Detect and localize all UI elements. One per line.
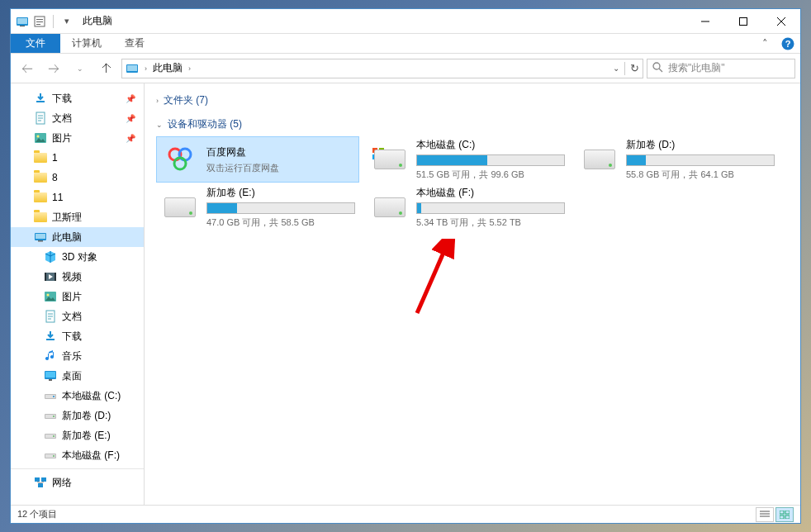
search-icon <box>652 62 663 75</box>
sidebar-item[interactable]: 视频 <box>11 267 144 287</box>
address-root-caret[interactable]: › <box>142 64 149 73</box>
tab-file[interactable]: 文件 <box>11 34 60 53</box>
baidu-icon <box>160 143 200 176</box>
chevron-right-icon: › <box>156 97 159 105</box>
sidebar-item-label: 图片 <box>52 131 72 145</box>
minimize-button[interactable] <box>686 9 724 34</box>
nav-up-button[interactable]: 🡡 <box>95 57 118 80</box>
svg-line-56 <box>40 482 44 483</box>
svg-rect-17 <box>36 101 45 102</box>
nav-back-button[interactable]: 🡠 <box>16 57 39 80</box>
drive-item[interactable]: 百度网盘双击运行百度网盘 <box>156 136 359 183</box>
svg-rect-8 <box>740 17 747 25</box>
pin-icon: 📌 <box>126 94 135 103</box>
svg-rect-26 <box>38 240 43 242</box>
sidebar-item-label: 文档 <box>62 310 82 324</box>
svg-rect-29 <box>55 273 56 281</box>
sidebar-item[interactable]: 3D 对象 <box>11 247 144 267</box>
sidebar-item-label: 网络 <box>52 476 72 490</box>
sidebar-network[interactable]: 网络 <box>11 473 144 492</box>
window-title: 此电脑 <box>83 14 112 28</box>
svg-rect-54 <box>38 483 43 487</box>
sidebar-item[interactable]: 桌面 <box>11 366 144 386</box>
sidebar-item[interactable]: 1 <box>11 148 144 168</box>
sidebar-item-label: 本地磁盘 (F:) <box>62 449 120 463</box>
drive-usage-bar <box>416 154 565 166</box>
refresh-button[interactable]: ↻ <box>630 62 639 74</box>
folder-icon <box>34 151 47 164</box>
nav-forward-button[interactable]: 🡢 <box>42 57 65 80</box>
close-button[interactable] <box>762 9 800 34</box>
desktop-icon <box>44 369 57 382</box>
sidebar-item[interactable]: 卫斯理 <box>11 207 144 227</box>
view-details-button[interactable] <box>756 507 774 522</box>
search-box[interactable]: 搜索"此电脑" <box>647 59 795 78</box>
svg-rect-52 <box>35 477 40 482</box>
sidebar-item[interactable]: 图片 <box>11 287 144 306</box>
sidebar-item[interactable]: 下载📌 <box>11 88 144 108</box>
svg-point-23 <box>37 135 40 138</box>
drive-subtitle: 双击运行百度网盘 <box>206 162 355 174</box>
drive-free-text: 55.8 GB 可用，共 64.1 GB <box>626 169 775 181</box>
ribbon-expand-icon[interactable]: ˄ <box>757 36 772 51</box>
sidebar-item-label: 卫斯理 <box>52 211 82 225</box>
svg-rect-53 <box>41 477 46 482</box>
sidebar-item[interactable]: 本地磁盘 (F:) <box>11 445 144 465</box>
sidebar-item[interactable]: 本地磁盘 (C:) <box>11 386 144 406</box>
sidebar-item[interactable]: 11 <box>11 188 144 207</box>
sidebar-item[interactable]: 下载 <box>11 326 144 346</box>
sidebar-item[interactable]: 新加卷 (E:) <box>11 425 144 445</box>
svg-point-45 <box>53 416 55 417</box>
svg-point-31 <box>47 294 50 297</box>
qat-separator <box>53 15 54 28</box>
document-icon <box>34 112 47 125</box>
svg-point-51 <box>53 455 55 457</box>
explorer-window: ▾ 此电脑 文件 计算机 查看 ˄ ? 🡠 🡢 ⌄ 🡡 › <box>10 8 801 524</box>
body: 下载📌文档📌图片📌1811卫斯理 此电脑 3D 对象视频图片文档下载音乐桌面本地… <box>11 83 800 505</box>
sidebar-item-label: 下载 <box>62 330 82 344</box>
qat-dropdown-icon[interactable]: ▾ <box>60 15 74 28</box>
sidebar-this-pc[interactable]: 此电脑 <box>11 227 144 247</box>
group-label: 文件夹 (7) <box>164 93 208 107</box>
qat-properties-icon[interactable] <box>33 15 46 28</box>
ribbon-right: ˄ ? <box>757 34 795 53</box>
drive-item[interactable]: 新加卷 (E:)47.0 GB 可用，共 58.5 GB <box>156 184 359 230</box>
help-icon[interactable]: ? <box>780 36 795 51</box>
drive-icon <box>370 191 410 224</box>
view-switcher <box>756 507 794 522</box>
sidebar-item-label: 8 <box>52 172 58 183</box>
sidebar-item[interactable]: 音乐 <box>11 346 144 366</box>
folder-icon <box>34 191 47 204</box>
drive-item[interactable]: 新加卷 (D:)55.8 GB 可用，共 64.1 GB <box>576 136 779 183</box>
network-icon <box>34 476 47 489</box>
nav-history-dropdown[interactable]: ⌄ <box>69 57 92 80</box>
drive-item[interactable]: 本地磁盘 (F:)5.34 TB 可用，共 5.52 TB <box>366 184 569 230</box>
address-bar[interactable]: › 此电脑 › ⌄ ↻ <box>121 59 643 78</box>
drive-icon <box>370 143 410 176</box>
svg-line-16 <box>659 69 662 72</box>
sidebar-item-label: 此电脑 <box>52 230 82 245</box>
video-icon <box>44 270 57 283</box>
maximize-button[interactable] <box>724 9 762 34</box>
drive-item[interactable]: 本地磁盘 (C:)51.5 GB 可用，共 99.6 GB <box>366 136 569 183</box>
view-tiles-button[interactable] <box>775 507 794 522</box>
drive-name: 新加卷 (D:) <box>626 138 775 152</box>
sidebar-item[interactable]: 图片📌 <box>11 128 144 148</box>
svg-rect-5 <box>36 21 43 22</box>
sidebar-item[interactable]: 8 <box>11 168 144 188</box>
content-pane: › 文件夹 (7) ⌄ 设备和驱动器 (5) 百度网盘双击运行百度网盘本地磁盘 … <box>145 83 800 505</box>
tab-computer[interactable]: 计算机 <box>60 34 113 53</box>
music-icon <box>44 349 57 363</box>
sidebar-item-label: 3D 对象 <box>62 250 97 264</box>
group-folders[interactable]: › 文件夹 (7) <box>153 88 792 112</box>
tab-view[interactable]: 查看 <box>113 34 156 53</box>
address-caret[interactable]: › <box>186 64 193 73</box>
address-dropdown-icon[interactable]: ⌄ <box>613 64 619 73</box>
address-segment[interactable]: 此电脑 <box>153 61 183 75</box>
svg-rect-2 <box>20 26 25 26</box>
sidebar-item[interactable]: 新加卷 (D:) <box>11 406 144 425</box>
group-drives[interactable]: ⌄ 设备和驱动器 (5) <box>153 112 792 136</box>
sidebar-item[interactable]: 文档 <box>11 306 144 326</box>
sidebar-item[interactable]: 文档📌 <box>11 108 144 128</box>
svg-rect-38 <box>45 372 55 378</box>
